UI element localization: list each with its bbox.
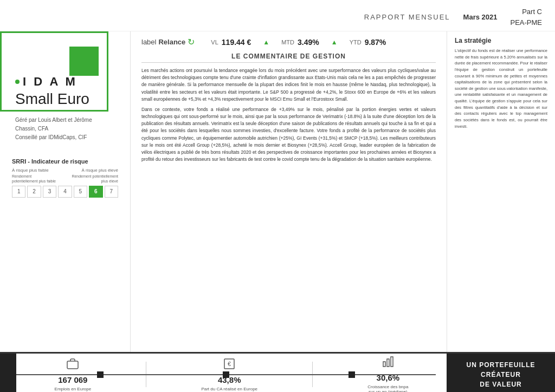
srri-box-4: 4 <box>58 186 72 198</box>
svg-rect-5 <box>391 357 393 367</box>
idam-dot <box>15 80 20 84</box>
label-relance-text2: Relance <box>158 38 185 46</box>
fund-manager: Géré par Louis Albert et Jérôme Chassin,… <box>15 116 120 142</box>
header-part: Part C PEA-PME <box>510 6 542 28</box>
srri-box-1: 1 <box>12 186 25 198</box>
srri-section: SRRI - Indicateur de risque À risque plu… <box>10 158 120 198</box>
metrics: VL 119.44 € ▲ MTD 3.49% ▲ YTD 9.87% <box>211 38 386 47</box>
stat2-value: 43,8% <box>218 375 241 384</box>
srri-title: SRRI - Indicateur de risque <box>12 158 118 165</box>
label-relance-text1: label <box>141 38 156 46</box>
metric-vl-value: 119.44 € <box>222 38 251 47</box>
commentary-text: Les marchés actions ont poursuivi la ten… <box>141 67 436 163</box>
mtd-arrow-icon: ▲ <box>263 38 269 46</box>
metric-mtd-label: MTD <box>281 39 294 45</box>
fund-name-idam: I D A M <box>23 75 78 89</box>
center-panel: label Relance ↻ VL 119.44 € ▲ MTD 3.49% … <box>130 31 447 352</box>
green-rect-inner <box>69 47 99 76</box>
strategie-title: La stratégie <box>455 37 547 44</box>
bottom-bar: 167 069 Emplois en Europe € 43,8% Part d… <box>0 352 555 392</box>
svg-rect-4 <box>387 359 389 367</box>
header-date: Mars 2021 <box>463 13 498 21</box>
stat3-label: Croissance des bnpa sur un an (médiane) <box>367 384 408 393</box>
bottom-right-block: UN PORTEFEUILLE CRÉATEUR DE VALEUR <box>447 354 555 392</box>
srri-box-3: 3 <box>43 186 56 198</box>
main-container: I D A M Small Euro Géré par Louis Albert… <box>0 31 555 352</box>
srri-sublabels: Rendementpotentiellement plus faible Ren… <box>12 174 118 184</box>
top-bar: label Relance ↻ VL 119.44 € ▲ MTD 3.49% … <box>141 37 436 47</box>
srri-box-6: 6 <box>89 186 102 198</box>
metric-mtd: MTD 3.49% <box>281 38 319 47</box>
commentary-p2: Dans ce contexte, votre fonds a réalisé … <box>141 106 436 163</box>
metric-mtd-value: 3.49% <box>298 38 319 47</box>
metric-ytd-value: 9.87% <box>365 38 386 47</box>
left-panel: I D A M Small Euro Géré par Louis Albert… <box>0 31 130 352</box>
label-relance: label Relance ↻ <box>141 37 195 47</box>
srri-box-2: 2 <box>27 186 41 198</box>
srri-boxes: 1 2 3 4 5 6 7 <box>12 186 118 198</box>
metric-vl-label: VL <box>211 39 218 45</box>
rapport-label: RAPPORT MENSUEL <box>364 13 450 21</box>
fund-subtitle: Small Euro <box>15 90 120 108</box>
svg-rect-3 <box>383 362 385 367</box>
fund-idam: I D A M <box>15 75 120 89</box>
timeline-dot-1 <box>97 371 104 378</box>
bottom-cta: UN PORTEFEUILLE CRÉATEUR DE VALEUR <box>466 360 535 389</box>
timeline-dot-2 <box>223 371 229 378</box>
briefcase-icon <box>66 357 79 373</box>
timeline-line <box>16 374 436 375</box>
svg-rect-0 <box>67 361 78 369</box>
ytd-arrow-icon: ▲ <box>331 38 338 46</box>
bottom-left-block <box>0 354 16 392</box>
svg-text:€: € <box>228 361 231 367</box>
right-panel: La stratégie L'objectif du fonds est de … <box>447 31 555 352</box>
stat1-label: Emplois en Europe <box>55 387 92 391</box>
timeline-dot-3 <box>349 371 355 378</box>
metric-ytd: YTD 9.87% <box>350 38 386 47</box>
srri-box-5: 5 <box>74 186 87 198</box>
relance-icon: ↻ <box>188 37 195 47</box>
stat2-label: Part du CA réalisé en Europe <box>201 387 257 391</box>
fund-name-section: I D A M Small Euro Géré par Louis Albert… <box>15 75 120 142</box>
metric-ytd-label: YTD <box>350 39 362 45</box>
page-header: RAPPORT MENSUEL Mars 2021 Part C PEA-PME <box>0 0 555 31</box>
srri-box-7: 7 <box>105 186 118 198</box>
commentary-title: LE COMMENTAIRE DE GESTION <box>141 53 436 63</box>
chart-icon <box>382 355 395 371</box>
strategie-text: L'objectif du fonds est de réaliser une … <box>455 48 547 129</box>
commentary-p1: Les marchés actions ont poursuivi la ten… <box>141 67 436 103</box>
stat1-value: 167 069 <box>58 375 87 384</box>
bottom-stats: 167 069 Emplois en Europe € 43,8% Part d… <box>16 354 447 392</box>
srri-labels: À risque plus faible À risque plus élevé <box>12 168 118 173</box>
metric-vl: VL 119.44 € <box>211 38 251 47</box>
